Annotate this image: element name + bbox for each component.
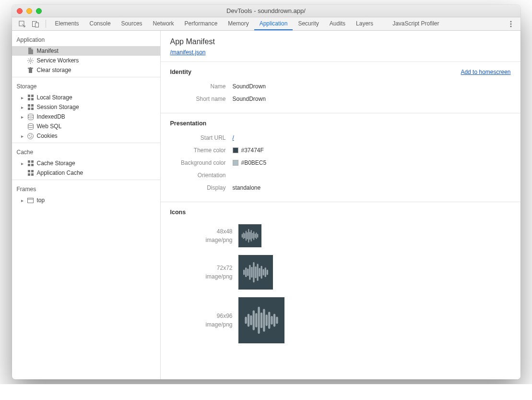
db-icon xyxy=(27,123,34,130)
orientation-label: Orientation xyxy=(170,172,233,179)
display-label: Display xyxy=(170,184,233,191)
sidebar-item-web-sql[interactable]: Web SQL xyxy=(12,121,160,131)
identity-title: Identity xyxy=(170,69,191,75)
add-to-homescreen-link[interactable]: Add to homescreen xyxy=(461,69,510,75)
svg-rect-15 xyxy=(29,69,32,73)
tab-memory[interactable]: Memory xyxy=(223,17,254,30)
icon-meta: 72x72image/png xyxy=(170,264,233,281)
icon-row: 96x96image/png xyxy=(170,293,511,347)
svg-rect-16 xyxy=(28,68,33,69)
sidebar-item-manifest[interactable]: Manifest xyxy=(12,46,160,56)
grid-icon xyxy=(27,160,34,167)
sidebar-item-label: Web SQL xyxy=(37,123,62,130)
tab-network[interactable]: Network xyxy=(148,17,179,30)
caret-icon: ▸ xyxy=(21,105,24,110)
sidebar-item-indexeddb[interactable]: ▸IndexedDB xyxy=(12,112,160,121)
svg-rect-53 xyxy=(254,234,255,238)
icons-section: Icons 48x48image/png72x72image/png96x96i… xyxy=(161,202,520,355)
svg-rect-55 xyxy=(257,234,258,237)
svg-rect-22 xyxy=(28,104,30,107)
svg-rect-2 xyxy=(35,23,38,27)
icon-row: 48x48image/png xyxy=(170,220,511,251)
cookie-icon xyxy=(27,133,34,139)
svg-rect-65 xyxy=(260,266,262,279)
sidebar-item-clear-storage[interactable]: Clear storage xyxy=(12,65,160,75)
panel-tabs: ElementsConsoleSourcesNetworkPerformance… xyxy=(12,17,520,31)
svg-rect-52 xyxy=(253,231,254,240)
svg-rect-37 xyxy=(28,170,30,172)
page-title: App Manifest xyxy=(170,37,511,46)
background-color-label: Background color xyxy=(170,159,233,166)
icon-meta: 96x96image/png xyxy=(170,312,233,329)
sidebar-item-cookies[interactable]: ▸Cookies xyxy=(12,131,160,141)
tab-audits[interactable]: Audits xyxy=(324,17,351,30)
svg-rect-79 xyxy=(271,316,272,325)
svg-point-32 xyxy=(31,136,32,137)
svg-rect-35 xyxy=(28,164,30,166)
svg-rect-66 xyxy=(262,269,264,275)
sidebar-item-top[interactable]: ▸top xyxy=(12,195,160,205)
svg-rect-19 xyxy=(31,95,34,97)
sidebar-item-label: top xyxy=(37,197,45,204)
sidebar-item-local-storage[interactable]: ▸Local Storage xyxy=(12,93,160,102)
svg-point-26 xyxy=(28,114,33,116)
theme-color-label: Theme color xyxy=(170,147,233,154)
svg-rect-76 xyxy=(263,309,265,332)
svg-rect-69 xyxy=(245,317,247,324)
tab-layers[interactable]: Layers xyxy=(351,17,378,30)
name-value: SoundDrown xyxy=(233,83,266,90)
svg-rect-50 xyxy=(250,230,251,242)
tab-javascript-profiler[interactable]: JavaScript Profiler xyxy=(387,17,444,30)
caret-icon: ▸ xyxy=(21,114,24,120)
start-url-label: Start URL xyxy=(170,134,233,141)
presentation-title: Presentation xyxy=(170,120,207,127)
svg-rect-54 xyxy=(256,232,257,239)
sidebar-item-session-storage[interactable]: ▸Session Storage xyxy=(12,102,160,112)
svg-point-27 xyxy=(28,123,33,125)
file-icon xyxy=(27,48,34,54)
svg-rect-20 xyxy=(28,98,30,100)
display-value: standalone xyxy=(233,184,261,191)
start-url-value[interactable]: / xyxy=(233,134,234,141)
theme-color-value: #37474F xyxy=(241,147,264,154)
sidebar-item-label: Application Cache xyxy=(37,170,83,176)
svg-rect-57 xyxy=(245,267,247,277)
presentation-section: Presentation Start URL / Theme color #37… xyxy=(161,113,520,202)
tab-security[interactable]: Security xyxy=(293,17,324,30)
tab-console[interactable]: Console xyxy=(84,17,116,30)
icon-meta: 48x48image/png xyxy=(170,227,233,244)
svg-rect-60 xyxy=(251,267,252,278)
manifest-link[interactable]: /manifest.json xyxy=(170,49,206,56)
svg-line-13 xyxy=(32,59,33,60)
caret-icon: ▸ xyxy=(21,198,24,203)
sidebar-section-application: Application xyxy=(12,33,160,46)
sidebar-item-application-cache[interactable]: Application Cache xyxy=(12,168,160,178)
svg-rect-38 xyxy=(31,170,34,172)
svg-rect-18 xyxy=(28,95,30,97)
sidebar-item-label: Session Storage xyxy=(37,104,79,110)
icon-row: 72x72image/png xyxy=(170,251,511,293)
device-toolbar-icon[interactable] xyxy=(29,17,42,30)
sidebar-item-label: Cache Storage xyxy=(37,160,75,167)
sidebar-item-cache-storage[interactable]: ▸Cache Storage xyxy=(12,158,160,168)
tab-elements[interactable]: Elements xyxy=(50,17,84,30)
identity-section: Identity Add to homescreen Name SoundDro… xyxy=(161,61,520,113)
svg-rect-43 xyxy=(241,234,242,237)
svg-rect-59 xyxy=(249,265,250,279)
sidebar-item-service-workers[interactable]: Service Workers xyxy=(12,56,160,65)
svg-rect-77 xyxy=(265,315,267,326)
inspect-element-icon[interactable] xyxy=(16,17,28,30)
short-name-value: SoundDrown xyxy=(233,96,266,102)
svg-rect-17 xyxy=(30,67,31,68)
svg-point-31 xyxy=(30,137,31,138)
sidebar-item-label: Manifest xyxy=(37,48,59,54)
tab-application[interactable]: Application xyxy=(254,17,293,30)
tab-sources[interactable]: Sources xyxy=(116,17,148,30)
titlebar: DevTools - sounddrown.app/ xyxy=(12,5,520,17)
svg-rect-48 xyxy=(248,229,249,242)
more-options-icon[interactable] xyxy=(505,17,517,30)
caret-icon: ▸ xyxy=(21,161,24,166)
app-icon xyxy=(238,255,273,290)
svg-point-30 xyxy=(31,134,32,135)
tab-performance[interactable]: Performance xyxy=(179,17,223,30)
